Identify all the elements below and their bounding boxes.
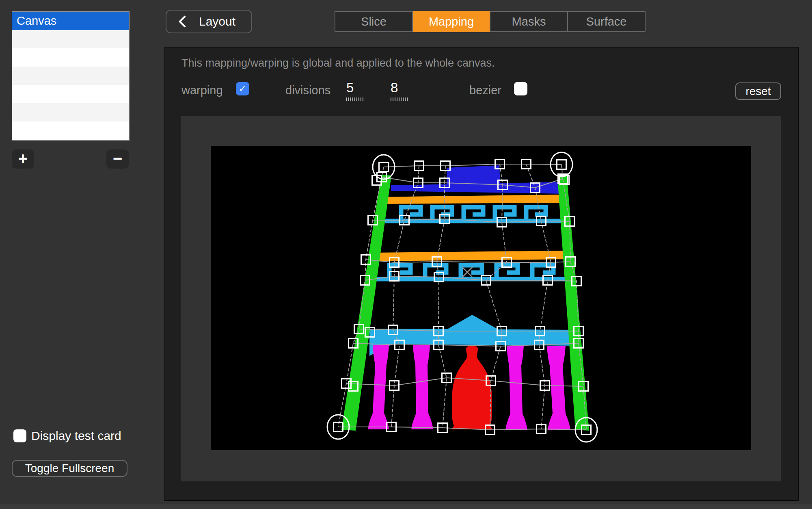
display-test-card-label: Display test card — [31, 429, 121, 442]
remove-layer-button[interactable]: − — [106, 149, 129, 169]
layer-list-empty-row[interactable] — [12, 48, 129, 67]
drag-ticks — [346, 97, 364, 101]
warping-checkbox[interactable]: ✓ — [236, 82, 249, 95]
mode-tabbar: SliceMappingMasksSurface — [335, 11, 646, 32]
tab-mapping[interactable]: Mapping — [413, 11, 490, 32]
divisions-vertical-field[interactable]: 8 — [391, 80, 408, 101]
layer-list-empty-row[interactable] — [12, 30, 129, 48]
drag-ticks — [391, 97, 408, 101]
tab-slice[interactable]: Slice — [335, 12, 413, 31]
bezier-label: bezier — [469, 84, 501, 97]
layer-list-empty-row[interactable] — [12, 103, 129, 121]
layer-list-empty-row[interactable] — [12, 67, 129, 85]
tab-masks[interactable]: Masks — [490, 12, 568, 31]
layout-button-label: Layout — [199, 15, 235, 28]
divisions-label: divisions — [285, 84, 330, 97]
layer-item-canvas[interactable]: Canvas — [12, 12, 129, 30]
divisions-vertical-value: 8 — [391, 80, 408, 95]
divisions-horizontal-field[interactable]: 5 — [346, 80, 364, 101]
divisions-horizontal-value: 5 — [346, 80, 364, 95]
mapping-description: This mapping/warping is global and appli… — [181, 57, 495, 69]
toggle-fullscreen-button[interactable]: Toggle Fullscreen — [12, 460, 127, 477]
bezier-checkbox[interactable] — [514, 82, 527, 95]
app-window: Canvas + − Display test card Toggle Full… — [0, 0, 812, 509]
reset-button[interactable]: reset — [735, 82, 781, 100]
warp-canvas[interactable] — [211, 146, 751, 450]
back-to-layout-button[interactable]: Layout — [166, 10, 252, 33]
tab-surface[interactable]: Surface — [568, 12, 645, 31]
chevron-left-icon — [178, 15, 187, 28]
warping-label: warping — [181, 84, 223, 97]
add-layer-button[interactable]: + — [12, 149, 34, 169]
window-bottom-edge — [0, 504, 812, 509]
layer-list-empty-row[interactable] — [12, 121, 129, 140]
layer-list-empty-row[interactable] — [12, 85, 129, 103]
display-test-card-checkbox[interactable] — [13, 429, 26, 442]
layer-list[interactable]: Canvas — [12, 11, 130, 141]
